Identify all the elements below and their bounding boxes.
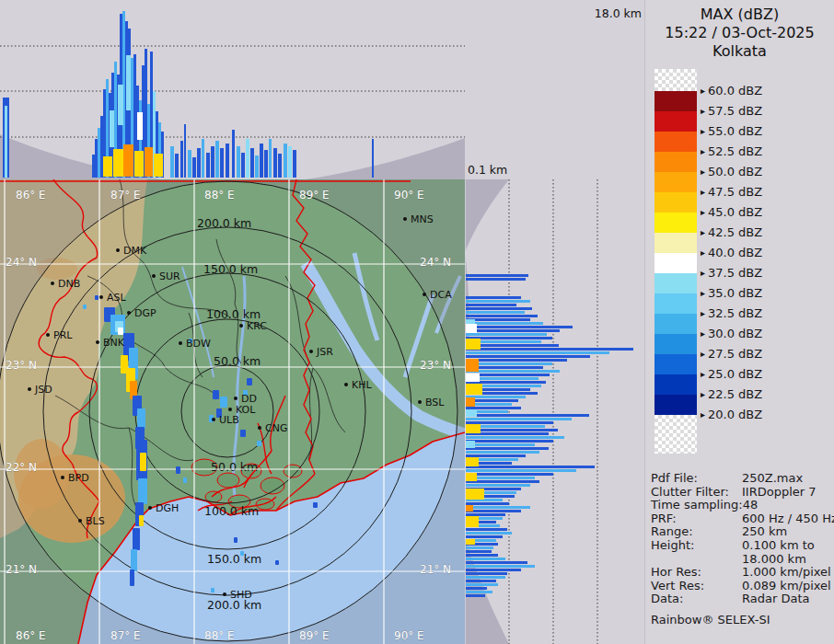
map-echo-cell xyxy=(137,408,145,429)
echo-bar xyxy=(250,148,254,178)
echo-accent xyxy=(466,339,481,350)
metadata-value: 18.000 km xyxy=(742,553,806,567)
height-axis-min-label: 0.1 km xyxy=(468,163,507,177)
echo-bar xyxy=(466,300,530,303)
legend-checker-block xyxy=(654,415,697,454)
echo-bar xyxy=(466,454,526,457)
echo-bar xyxy=(466,583,498,586)
echo-bar xyxy=(466,532,512,535)
echo-accent xyxy=(134,151,144,177)
longitude-label: 89° E xyxy=(299,629,330,642)
city-label: BLS xyxy=(86,515,105,527)
city-label: MNS xyxy=(411,213,434,225)
echo-accent xyxy=(466,457,479,466)
legend-arrow-icon: ▸ xyxy=(701,106,705,116)
legend-label: 60.0 dBZ xyxy=(708,84,762,98)
city-dot xyxy=(51,282,54,285)
city-dot xyxy=(234,397,237,400)
longitude-label: 86° E xyxy=(16,189,46,201)
city-label: BNK xyxy=(103,337,125,349)
longitude-label: 87° E xyxy=(110,189,141,201)
metadata-label: Height: xyxy=(651,539,742,553)
radar-display: 18.0 km 0.1 km xyxy=(0,0,834,644)
legend-color-block xyxy=(654,233,697,253)
legend-arrow-icon: ▸ xyxy=(701,146,705,156)
echo-bar xyxy=(466,561,527,564)
metadata-row: Data:Radar Data xyxy=(651,592,831,606)
legend-entry: ▸25.0 dBZ xyxy=(701,367,762,381)
city-label: DNB xyxy=(58,278,80,290)
radar-scene: 18.0 km 0.1 km xyxy=(0,0,644,644)
map-echo-cell xyxy=(130,569,134,586)
latitude-label: 24° N xyxy=(420,256,451,269)
map-echo-cell xyxy=(234,537,237,543)
legend-arrow-icon: ▸ xyxy=(701,207,705,217)
height-axis-max-label: 18.0 km xyxy=(595,6,642,20)
metadata-label: PRF: xyxy=(651,512,742,526)
map-echo-cell xyxy=(183,477,187,483)
echo-bar xyxy=(466,362,552,365)
echo-accent xyxy=(466,424,481,433)
echo-bar xyxy=(466,326,573,328)
legend-entry: ▸22.5 dBZ xyxy=(701,387,762,401)
echo-bar xyxy=(278,154,282,178)
longitude-label: 88° E xyxy=(204,629,235,642)
legend-arrow-icon: ▸ xyxy=(701,409,705,420)
echo-bar xyxy=(260,144,263,178)
legend-entry: ▸35.0 dBZ xyxy=(701,286,762,300)
echo-bar xyxy=(466,580,496,582)
legend-label: 52.5 dBZ xyxy=(708,144,762,158)
echo-bar xyxy=(466,550,492,553)
legend-color-block xyxy=(654,152,697,172)
echo-accent xyxy=(466,441,475,448)
echo-bar xyxy=(466,546,493,549)
longitude-label: 86° E xyxy=(16,629,46,642)
city-label: KRC xyxy=(247,320,267,332)
echo-bar xyxy=(206,153,210,178)
metadata-row: Range:250 km xyxy=(651,525,831,539)
legend-entry: ▸52.5 dBZ xyxy=(701,144,762,158)
echo-bar xyxy=(466,351,609,354)
legend-arrow-icon: ▸ xyxy=(701,187,705,197)
legend-panel: MAX (dBZ) 15:22 / 03-Oct-2025 Kolkata ▸6… xyxy=(644,0,834,644)
city-label: DCA xyxy=(430,289,452,301)
top-projection-panel xyxy=(0,0,465,179)
legend-label: 42.5 dBZ xyxy=(708,225,762,239)
legend-entry: ▸60.0 dBZ xyxy=(701,84,762,98)
city-dot xyxy=(127,311,131,315)
metadata-row: Hor Res:1.000 km/pixel xyxy=(651,566,831,580)
metadata-rows: Pdf File:250Z.maxClutter Filter:IIRDoppl… xyxy=(651,472,831,606)
legend-color-block xyxy=(654,253,697,273)
city-label: DGP xyxy=(134,307,156,319)
city-dot xyxy=(99,295,103,299)
echo-accent xyxy=(154,154,163,177)
city-label: BSL xyxy=(425,397,445,408)
range-ring-label: 150.0 km xyxy=(207,552,261,566)
latitude-label: 21° N xyxy=(6,563,37,576)
metadata-value: IIRDoppler 7 xyxy=(742,486,817,500)
legend-color-block xyxy=(654,213,697,233)
map-echo-cell xyxy=(140,453,146,471)
metadata-block: Pdf File:250Z.maxClutter Filter:IIRDoppl… xyxy=(651,472,831,627)
echo-bar xyxy=(92,155,95,178)
echo-bar xyxy=(466,513,505,516)
city-dot xyxy=(228,408,232,411)
legend-entry: ▸30.0 dBZ xyxy=(701,327,762,340)
city-label: JSR xyxy=(316,346,333,358)
metadata-row: Pdf File:250Z.max xyxy=(651,472,831,486)
echo-bar xyxy=(466,333,547,336)
legend-color-block xyxy=(654,374,697,395)
echo-accent xyxy=(466,324,477,333)
echo-accent xyxy=(466,319,475,324)
latitude-label: 22° N xyxy=(6,461,37,474)
metadata-label: Vert Res: xyxy=(651,580,742,593)
echo-bar xyxy=(466,278,526,281)
city-label: ASL xyxy=(107,292,127,304)
echo-bar xyxy=(246,139,249,178)
echo-accent xyxy=(466,374,480,382)
legend-label: 37.5 dBZ xyxy=(708,266,762,280)
map-echo-cell xyxy=(240,551,244,556)
legend-label: 22.5 dBZ xyxy=(708,387,762,401)
legend-color-block xyxy=(654,172,697,192)
map-echo-cell xyxy=(247,378,252,385)
